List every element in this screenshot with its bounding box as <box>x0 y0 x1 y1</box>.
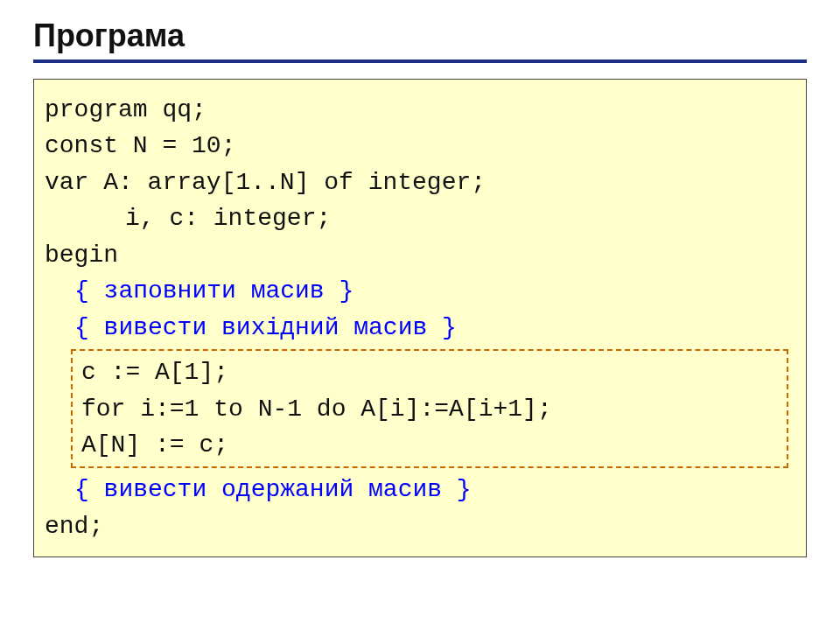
code-line: for i:=1 to N-1 do A[i]:=A[i+1]; <box>76 391 785 427</box>
page-title: Програма <box>33 18 807 54</box>
code-line: begin <box>45 237 795 273</box>
code-line: end; <box>45 508 795 544</box>
title-rule <box>33 60 807 63</box>
code-line: const N = 10; <box>45 128 795 164</box>
code-comment: { вивести вихідний масив } <box>45 310 795 346</box>
code-box: program qq; const N = 10; var A: array[1… <box>33 79 807 557</box>
code-line: var A: array[1..N] of integer; <box>45 164 795 200</box>
slide: Програма program qq; const N = 10; var A… <box>0 0 840 630</box>
code-line: program qq; <box>45 92 795 128</box>
code-line: A[N] := c; <box>76 427 785 463</box>
code-line: i, c: integer; <box>45 200 795 236</box>
code-comment: { вивести одержаний масив } <box>45 472 795 508</box>
code-line: c := A[1]; <box>76 354 785 390</box>
highlight-box: c := A[1]; for i:=1 to N-1 do A[i]:=A[i+… <box>71 349 788 468</box>
code-comment: { заповнити масив } <box>45 273 795 309</box>
